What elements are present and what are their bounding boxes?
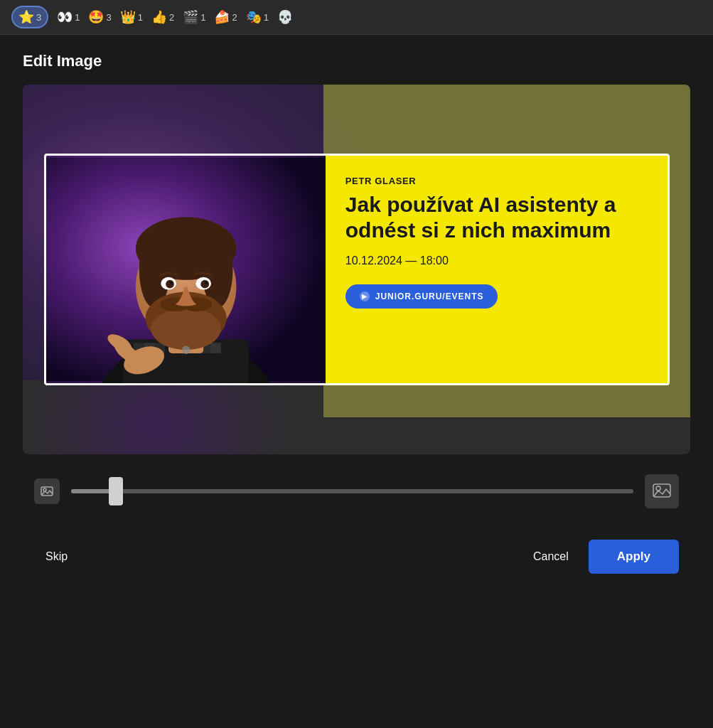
starstruck-emoji: 🤩 <box>88 9 104 25</box>
zoom-slider-track[interactable] <box>71 489 633 493</box>
emoji-skull[interactable]: 💀 <box>277 9 293 25</box>
person-image <box>46 156 326 383</box>
event-link-button[interactable]: ▶ JUNIOR.GURU/EVENTS <box>345 284 498 309</box>
emoji-bar: ⭐ 3 👀 1 🤩 3 👑 1 👍 2 🎬 1 🍰 2 🎭 1 💀 <box>0 0 713 35</box>
svg-point-20 <box>200 280 209 289</box>
svg-point-19 <box>166 280 174 289</box>
thumbsup-count: 2 <box>169 12 174 23</box>
svg-point-21 <box>170 282 173 284</box>
svg-point-30 <box>656 486 660 491</box>
svg-point-22 <box>205 282 208 284</box>
clapper-emoji: 🎬 <box>183 9 198 25</box>
event-link-label: JUNIOR.GURU/EVENTS <box>375 291 484 301</box>
crown-count: 1 <box>138 12 143 23</box>
skip-button[interactable]: Skip <box>34 542 79 572</box>
event-date: 10.12.2024 — 18:00 <box>345 255 648 267</box>
emoji-star[interactable]: ⭐ 3 <box>11 6 48 28</box>
event-card: PETR GLASER Jak používat AI asistenty a … <box>44 154 670 385</box>
star-count: 3 <box>36 12 41 23</box>
person-svg <box>46 156 326 383</box>
emoji-clapper[interactable]: 🎬 1 <box>183 9 205 25</box>
crown-emoji: 👑 <box>120 9 136 25</box>
image-small-icon <box>34 478 60 504</box>
edit-image-modal: Edit Image <box>0 35 713 608</box>
clapper-count: 1 <box>200 12 205 23</box>
slider-area <box>23 454 690 528</box>
slider-thumb[interactable] <box>109 477 123 505</box>
masks-emoji: 🎭 <box>246 9 262 25</box>
link-icon: ▶ <box>360 291 370 301</box>
event-title: Jak používat AI asistenty a odnést si z … <box>345 192 648 243</box>
eyes-emoji: 👀 <box>57 9 73 25</box>
star-emoji: ⭐ <box>18 9 34 25</box>
image-large-icon <box>645 474 679 508</box>
card-info-area: PETR GLASER Jak používat AI asistenty a … <box>326 156 668 383</box>
emoji-masks[interactable]: 🎭 1 <box>246 9 269 25</box>
cancel-button[interactable]: Cancel <box>519 542 583 572</box>
svg-point-14 <box>151 308 220 350</box>
emoji-thumbsup[interactable]: 👍 2 <box>151 9 174 25</box>
cake-count: 2 <box>232 12 237 23</box>
emoji-starstruck[interactable]: 🤩 3 <box>88 9 111 25</box>
emoji-cake[interactable]: 🍰 2 <box>214 9 237 25</box>
slider-track <box>71 489 633 493</box>
masks-count: 1 <box>264 12 269 23</box>
eyes-count: 1 <box>75 12 80 23</box>
action-row: Skip Cancel Apply <box>23 528 690 591</box>
emoji-eyes[interactable]: 👀 1 <box>57 9 80 25</box>
emoji-crown[interactable]: 👑 1 <box>120 9 143 25</box>
starstruck-count: 3 <box>106 12 111 23</box>
cake-emoji: 🍰 <box>214 9 230 25</box>
card-photo-area <box>46 156 326 383</box>
svg-point-26 <box>181 346 190 354</box>
image-preview-area: PETR GLASER Jak používat AI asistenty a … <box>23 85 690 454</box>
speaker-name: PETR GLASER <box>345 176 648 186</box>
modal-title: Edit Image <box>23 52 690 70</box>
svg-rect-7 <box>210 343 221 353</box>
thumbsup-emoji: 👍 <box>151 9 167 25</box>
apply-button[interactable]: Apply <box>589 540 679 574</box>
skull-emoji: 💀 <box>277 9 293 25</box>
right-buttons: Cancel Apply <box>519 540 679 574</box>
